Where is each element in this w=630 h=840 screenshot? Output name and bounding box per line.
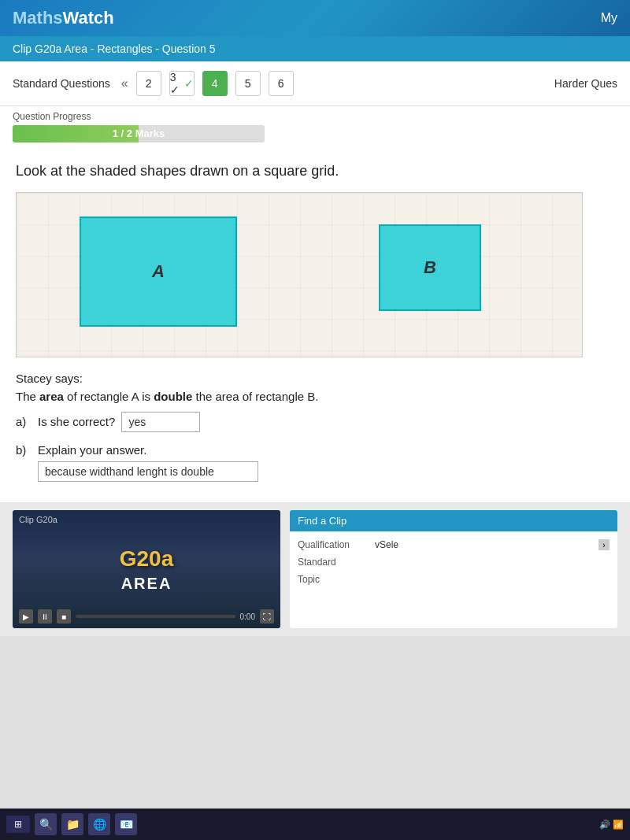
- area-bold: area: [39, 390, 64, 403]
- clip-video-panel: Clip G20a G20a AREA ▶ ⏸ ■ 0:00 ⛶: [13, 510, 280, 628]
- taskbar-tray: 🔊 📶: [599, 820, 624, 830]
- progress-bar: 1 / 2 Marks: [13, 125, 265, 142]
- grid-area: A B: [16, 192, 583, 357]
- part-a-answer-box[interactable]: yes: [121, 412, 200, 432]
- rectangle-a: A: [80, 216, 237, 327]
- fullscreen-button[interactable]: ⛶: [260, 609, 274, 624]
- logo-watch: Watch: [63, 8, 114, 28]
- rect-b-label: B: [424, 257, 436, 278]
- progress-text: 1 / 2 Marks: [13, 125, 265, 142]
- stacey-line1: Stacey says:: [16, 372, 83, 385]
- qualification-label: Qualification: [298, 539, 369, 550]
- questions-nav: Standard Questions « 2 3 ✓ 4 5 6 Harder …: [0, 61, 630, 106]
- part-b-letter: b): [16, 440, 32, 457]
- start-button[interactable]: ⊞: [6, 816, 30, 833]
- standard-row: Standard: [298, 557, 610, 568]
- nav-back-chevron[interactable]: «: [121, 76, 128, 91]
- progress-label: Question Progress: [13, 111, 617, 122]
- progress-section: Question Progress 1 / 2 Marks: [0, 106, 630, 150]
- header-my-label: My: [601, 11, 617, 25]
- stacey-statement: Stacey says: The area of rectangle A is …: [16, 370, 614, 405]
- taskbar-browser-icon[interactable]: 🌐: [88, 813, 110, 835]
- taskbar-search-icon[interactable]: 🔍: [35, 813, 57, 835]
- main-content: Standard Questions « 2 3 ✓ 4 5 6 Harder …: [0, 61, 630, 636]
- clip-video-label: Clip G20a: [19, 515, 57, 524]
- stop-button[interactable]: ■: [57, 609, 71, 624]
- find-clip-header: Find a Clip: [290, 510, 617, 531]
- clip-code: G20a: [120, 546, 174, 572]
- part-b-question: Explain your answer.: [38, 440, 258, 457]
- play-button[interactable]: ▶: [19, 609, 33, 624]
- breadcrumb-text: Clip G20a Area - Rectangles - Question 5: [13, 43, 216, 55]
- find-clip-panel: Find a Clip Qualification vSele › Standa…: [290, 510, 617, 628]
- double-bold: double: [154, 390, 192, 403]
- find-clip-body: Qualification vSele › Standard Topic: [290, 531, 617, 599]
- standard-label: Standard: [298, 557, 369, 568]
- nav-num-2[interactable]: 2: [136, 71, 161, 96]
- part-a-letter: a): [16, 412, 32, 428]
- video-time: 0:00: [240, 612, 255, 621]
- qualification-value: vSele: [375, 539, 398, 550]
- topic-label: Topic: [298, 574, 369, 585]
- question-title: Look at the shaded shapes drawn on a squ…: [16, 163, 614, 179]
- taskbar-folder-icon[interactable]: 📁: [61, 813, 83, 835]
- qualification-arrow[interactable]: ›: [598, 539, 610, 550]
- clip-title: AREA: [121, 575, 172, 593]
- harder-questions-label: Harder Ques: [554, 77, 617, 90]
- part-b-row: b) Explain your answer. because widthand…: [16, 440, 614, 482]
- stacey-line2: The area of rectangle A is double the ar…: [16, 390, 318, 403]
- nav-num-4[interactable]: 4: [202, 71, 228, 96]
- part-b-answer-box[interactable]: because widthand lenght is double: [38, 461, 258, 482]
- pause-button[interactable]: ⏸: [38, 609, 52, 624]
- nav-num-3[interactable]: 3 ✓: [169, 71, 195, 96]
- rect-a-label: A: [152, 261, 165, 282]
- part-a-row: a) Is she correct? yes: [16, 412, 614, 432]
- standard-questions-label: Standard Questions: [13, 77, 110, 90]
- taskbar: ⊞ 🔍 📁 🌐 📧 🔊 📶: [0, 809, 630, 840]
- rectangle-b: B: [379, 224, 481, 311]
- header: MathsWatch My: [0, 0, 630, 36]
- nav-num-5[interactable]: 5: [235, 71, 261, 96]
- breadcrumb: Clip G20a Area - Rectangles - Question 5: [0, 36, 630, 61]
- qualification-row: Qualification vSele ›: [298, 539, 610, 550]
- topic-row: Topic: [298, 574, 610, 585]
- bottom-section: Clip G20a G20a AREA ▶ ⏸ ■ 0:00 ⛶ Find a …: [0, 502, 630, 636]
- part-a-question: Is she correct?: [38, 412, 115, 428]
- nav-num-6[interactable]: 6: [269, 71, 294, 96]
- video-progress-bar: [76, 615, 235, 618]
- video-controls: ▶ ⏸ ■ 0:00 ⛶: [13, 609, 280, 624]
- taskbar-mail-icon[interactable]: 📧: [115, 813, 137, 835]
- question-body: Look at the shaded shapes drawn on a squ…: [0, 150, 630, 502]
- qa-section: a) Is she correct? yes b) Explain your a…: [16, 412, 614, 482]
- logo-maths: Maths: [13, 8, 63, 28]
- logo: MathsWatch: [13, 8, 114, 28]
